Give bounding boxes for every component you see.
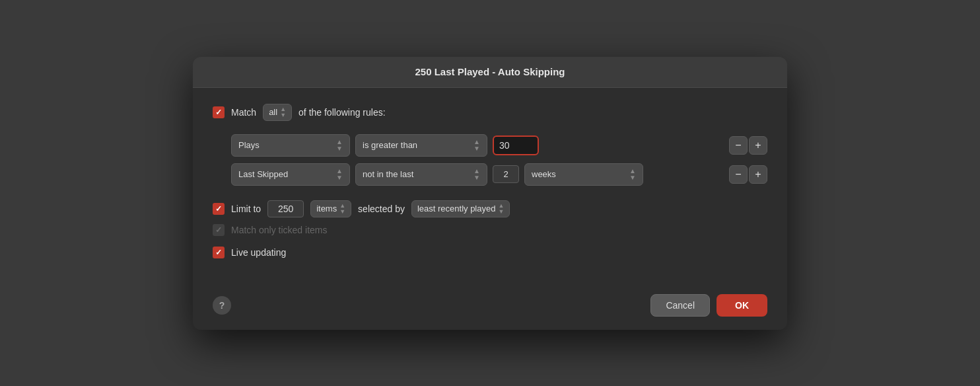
match-ticked-checkbox[interactable] bbox=[213, 224, 225, 236]
rule1-condition-select[interactable]: is greater than ▲▼ bbox=[355, 134, 487, 157]
limit-row: Limit to items ▲▼ selected by least rece… bbox=[213, 200, 767, 217]
match-all-arrows: ▲▼ bbox=[280, 106, 286, 118]
match-ticked-label: Match only ticked items bbox=[231, 225, 328, 235]
rule-row-1: Plays ▲▼ is greater than ▲▼ − + bbox=[231, 134, 767, 157]
rule1-field-label: Plays bbox=[238, 140, 260, 150]
rule1-plus-button[interactable]: + bbox=[749, 136, 767, 155]
rule2-field-select[interactable]: Last Skipped ▲▼ bbox=[231, 163, 350, 186]
rule2-condition-label: not in the last bbox=[363, 169, 413, 179]
dialog-body: Match all ▲▼ of the following rules: Pla… bbox=[193, 88, 787, 288]
limit-items-select[interactable]: items ▲▼ bbox=[310, 200, 351, 217]
limit-sort-arrows: ▲▼ bbox=[498, 203, 504, 215]
action-buttons: Cancel OK bbox=[650, 294, 767, 317]
limit-items-arrows: ▲▼ bbox=[339, 203, 345, 215]
rule2-plus-button[interactable]: + bbox=[749, 165, 767, 184]
match-row: Match all ▲▼ of the following rules: bbox=[213, 104, 767, 121]
rule1-condition-arrows: ▲▼ bbox=[473, 139, 480, 152]
limit-label: Limit to bbox=[231, 204, 261, 214]
title-bar: 250 Last Played - Auto Skipping bbox=[193, 57, 787, 88]
rule1-field-arrows: ▲▼ bbox=[336, 139, 343, 152]
live-updating-checkbox[interactable] bbox=[213, 247, 225, 258]
selected-by-label: selected by bbox=[358, 204, 405, 214]
cancel-button[interactable]: Cancel bbox=[650, 294, 710, 317]
rule2-unit-label: weeks bbox=[532, 169, 556, 179]
rule2-unit-select[interactable]: weeks ▲▼ bbox=[524, 163, 643, 186]
match-all-value: all bbox=[269, 107, 277, 117]
live-updating-label: Live updating bbox=[231, 247, 286, 258]
rule2-field-arrows: ▲▼ bbox=[336, 168, 343, 181]
match-label-suffix: of the following rules: bbox=[298, 107, 386, 118]
match-checkbox[interactable] bbox=[213, 106, 225, 118]
limit-value-input[interactable] bbox=[267, 200, 304, 217]
match-label-prefix: Match bbox=[231, 107, 256, 118]
rule1-value-input[interactable] bbox=[493, 135, 539, 155]
rule2-condition-arrows: ▲▼ bbox=[473, 168, 480, 181]
rule1-condition-label: is greater than bbox=[363, 140, 417, 150]
ok-button[interactable]: OK bbox=[717, 294, 767, 317]
bottom-bar: ? Cancel OK bbox=[193, 288, 787, 330]
rule2-unit-arrows: ▲▼ bbox=[629, 168, 636, 181]
rule2-minus-button[interactable]: − bbox=[729, 165, 748, 184]
rule1-minus-button[interactable]: − bbox=[729, 136, 748, 155]
rule1-btn-group: − + bbox=[729, 136, 767, 155]
rules-section: Plays ▲▼ is greater than ▲▼ − + Last Ski… bbox=[231, 134, 767, 186]
match-all-select[interactable]: all ▲▼ bbox=[263, 104, 292, 121]
limit-items-label: items bbox=[316, 204, 337, 213]
limit-sort-select[interactable]: least recently played ▲▼ bbox=[411, 200, 510, 217]
help-button[interactable]: ? bbox=[213, 296, 231, 315]
rule-row-2: Last Skipped ▲▼ not in the last ▲▼ weeks… bbox=[231, 163, 767, 186]
rule2-btn-group: − + bbox=[729, 165, 767, 184]
rule2-value-input[interactable] bbox=[493, 165, 519, 183]
rule1-field-select[interactable]: Plays ▲▼ bbox=[231, 134, 350, 157]
rule2-field-label: Last Skipped bbox=[238, 169, 288, 179]
rule2-condition-select[interactable]: not in the last ▲▼ bbox=[355, 163, 487, 186]
match-ticked-row: Match only ticked items bbox=[213, 224, 767, 236]
limit-checkbox[interactable] bbox=[213, 203, 225, 215]
limit-sort-label: least recently played bbox=[417, 204, 496, 213]
live-updating-row: Live updating bbox=[213, 247, 767, 258]
dialog: 250 Last Played - Auto Skipping Match al… bbox=[193, 57, 787, 330]
dialog-title: 250 Last Played - Auto Skipping bbox=[415, 66, 565, 77]
